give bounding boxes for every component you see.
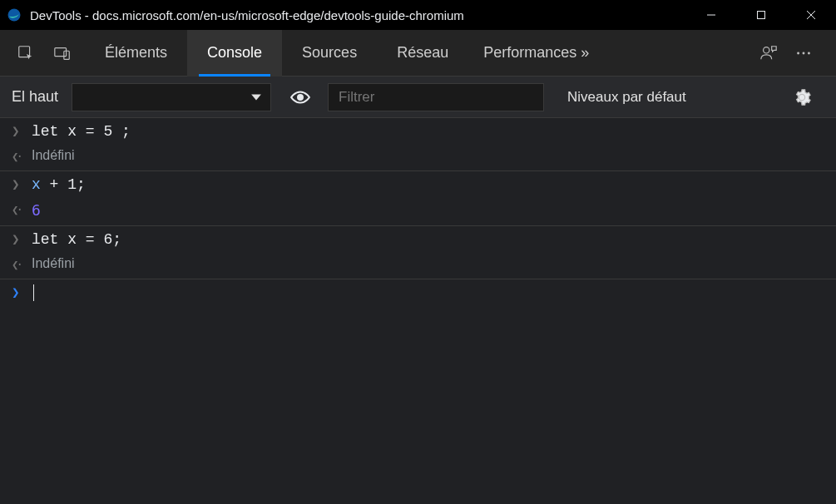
device-toggle-icon[interactable] [48,39,77,67]
feedback-icon[interactable] [754,39,783,67]
filter-input[interactable] [328,83,544,111]
console-result: Indéfini [32,148,75,163]
svg-rect-6 [55,47,67,56]
minimize-button[interactable] [686,0,736,30]
context-label: El haut [12,88,58,106]
console-prompt-row[interactable] [0,279,836,304]
tab-performance[interactable]: Performances » [468,30,604,77]
console-result: Indéfini [32,256,75,271]
svg-point-8 [764,47,769,52]
console-output: let x = 5 ; Indéfini x + 1; 6 let x = 6;… [0,118,836,304]
more-icon[interactable] [789,39,818,67]
window-titlebar: DevTools - docs.microsoft.com/en-us/micr… [0,0,836,30]
svg-rect-2 [758,12,765,19]
input-chevron-icon [12,123,32,139]
console-output-row: 6 [0,196,836,222]
svg-point-11 [808,52,810,54]
log-levels-select[interactable]: Niveaux par défaut [562,89,686,106]
inspect-icon[interactable] [12,39,40,67]
svg-point-0 [8,9,21,22]
prompt-chevron-icon [12,284,32,300]
output-chevron-icon [12,148,32,164]
live-expression-icon[interactable] [286,83,314,111]
text-cursor [33,284,34,301]
app-icon [7,7,22,22]
settings-icon[interactable] [788,83,816,111]
console-output-row: Indéfini [0,143,836,167]
maximize-button[interactable] [736,0,786,30]
tab-elements[interactable]: Éléments [85,30,187,77]
console-input-row: x + 1; [0,171,836,196]
console-output-row: Indéfini [0,251,836,275]
console-code: let x = 6; [32,231,121,248]
tab-sources[interactable]: Sources [282,30,377,77]
tab-console[interactable]: Console [187,30,282,77]
console-input-row: let x = 6; [0,226,836,251]
console-toolbar: El haut Niveaux par défaut [0,77,836,118]
close-button[interactable] [786,0,836,30]
input-chevron-icon [12,231,32,247]
svg-point-9 [797,52,799,54]
tab-network[interactable]: Réseau [377,30,468,77]
output-chevron-icon [12,256,32,272]
console-input-row: let x = 5 ; [0,118,836,143]
devtools-tabs: Éléments Console Sources Réseau Performa… [0,30,836,77]
svg-point-10 [803,52,805,54]
console-code: let x = 5 ; [32,123,131,140]
context-select[interactable] [72,83,271,111]
input-chevron-icon [12,176,32,192]
output-chevron-icon [12,201,32,217]
console-result: 6 [32,201,41,219]
chevron-down-icon [250,91,262,103]
svg-point-12 [298,94,304,100]
console-input[interactable] [32,284,34,301]
console-code: x + 1; [32,176,86,193]
window-title: DevTools - docs.microsoft.com/en-us/micr… [30,8,464,22]
